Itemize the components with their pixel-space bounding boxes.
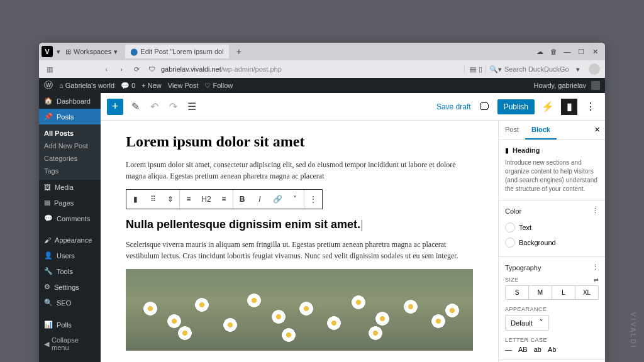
image-block[interactable] (126, 269, 473, 351)
search-engine-icon[interactable]: 🔍▾ (485, 65, 502, 74)
color-more-icon[interactable]: ⋮ (592, 207, 599, 215)
sidebar-pages[interactable]: ▤Pages (39, 195, 101, 211)
sidebar-dashboard[interactable]: 🏠Dashboard (39, 93, 101, 109)
tab-post[interactable]: Post (499, 121, 525, 140)
workspaces-button[interactable]: ⊞ Workspaces ▾ (60, 48, 123, 56)
settings-panel-toggle[interactable]: ▮ (561, 99, 577, 115)
vivaldi-logo-icon[interactable]: V (42, 46, 53, 57)
heading-level-button[interactable]: H2 (197, 190, 215, 209)
sidebar-tools[interactable]: 🔧Tools (39, 263, 101, 279)
sidebar-media[interactable]: 🖼Media (39, 180, 101, 195)
wp-admin-bar: ⓦ ⌂Gabriela's world 💬0 +New View Post ♡F… (39, 78, 605, 93)
more-options-button[interactable]: ⋮ (582, 99, 599, 115)
brush-icon: 🖌 (44, 236, 51, 244)
close-button[interactable]: ✕ (591, 48, 599, 55)
link-button[interactable]: 🔗 (269, 190, 286, 209)
case-upper[interactable]: AB (518, 346, 528, 353)
sidebar-posts[interactable]: 📌Posts (39, 109, 101, 124)
size-l[interactable]: L (552, 286, 575, 299)
sidebar-comments[interactable]: 💬Comments (39, 211, 101, 226)
jetpack-icon[interactable]: ⚡ (540, 99, 556, 115)
user-avatar-icon[interactable] (591, 81, 600, 90)
sub-tags[interactable]: Tags (39, 165, 101, 177)
add-block-button[interactable]: + (107, 99, 123, 115)
shield-icon[interactable]: 🛡 (146, 65, 157, 73)
profile-avatar[interactable] (589, 63, 600, 75)
appearance-select[interactable]: Default˅ (505, 315, 549, 331)
search-chevron-icon[interactable]: ▾ (576, 65, 580, 74)
settings-icon: ⚙ (44, 283, 50, 291)
maximize-button[interactable]: ☐ (577, 48, 585, 55)
back-button[interactable]: ‹ (101, 65, 112, 73)
sidebar-seo[interactable]: 🔍SEO (39, 295, 101, 310)
collapse-menu[interactable]: ◀Collapse menu (39, 332, 101, 355)
block-name: Heading (513, 146, 540, 155)
align-button[interactable]: ≡ (180, 190, 197, 209)
active-tab[interactable]: ⬤ Edit Post "Lorem ipsum dol (125, 45, 228, 58)
bold-button[interactable]: B (233, 190, 251, 209)
sidebar-polls[interactable]: 📊Polls (39, 317, 101, 332)
block-more-button[interactable]: ⋮ (304, 190, 322, 209)
howdy-text[interactable]: Howdy, gabrielav (533, 82, 586, 89)
heading-block[interactable]: Nulla pellentesque dignissim enim sit am… (126, 218, 473, 231)
publish-button[interactable]: Publish (497, 99, 535, 114)
preview-button[interactable]: 🖵 (476, 99, 492, 115)
paragraph-block-1[interactable]: Lorem ipsum dolor sit amet, consectetur … (126, 159, 473, 182)
letter-case-label: LETTER CASE (505, 337, 599, 343)
block-type-icon[interactable]: ▮ (126, 190, 144, 209)
new-tab-button[interactable]: + (233, 47, 245, 57)
sidebar-posts-submenu: All Posts Add New Post Categories Tags (39, 124, 101, 180)
sub-all-posts[interactable]: All Posts (39, 127, 101, 140)
undo-button[interactable]: ↶ (147, 101, 161, 112)
trash-icon[interactable]: 🗑 (550, 48, 557, 55)
editor-toolbar: + ✎ ↶ ↷ ☰ Save draft 🖵 Publish ⚡ ▮ ⋮ (101, 93, 605, 121)
edit-mode-icon[interactable]: ✎ (128, 101, 142, 112)
size-xl[interactable]: XL (575, 286, 598, 299)
paragraph-block-2[interactable]: Scelerisque viverra mauris in aliquam se… (126, 239, 473, 261)
media-icon: 🖼 (44, 184, 51, 191)
minimize-button[interactable]: — (564, 48, 571, 55)
outline-icon[interactable]: ☰ (185, 101, 199, 112)
workspaces-label: Workspaces (74, 48, 111, 55)
sidebar-settings[interactable]: ⚙Settings (39, 279, 101, 295)
new-link[interactable]: +New (142, 82, 161, 89)
drag-handle-icon[interactable]: ⠿ (144, 190, 162, 209)
case-none[interactable]: — (505, 346, 512, 353)
wordpress-logo-icon[interactable]: ⓦ (44, 80, 53, 91)
redo-button[interactable]: ↷ (166, 101, 180, 112)
case-capitalize[interactable]: Ab (548, 346, 556, 353)
sidebar-appearance[interactable]: 🖌Appearance (39, 233, 101, 248)
editor-canvas[interactable]: Lorem ipsum dolor sit amet Lorem ipsum d… (101, 121, 498, 362)
text-align-button[interactable]: ≡ (215, 190, 233, 209)
cloud-icon[interactable]: ☁ (536, 48, 543, 55)
reload-button[interactable]: ⟳ (131, 65, 142, 74)
forward-button[interactable]: › (116, 65, 127, 73)
view-post-link[interactable]: View Post (168, 82, 199, 89)
background-color-option[interactable]: Background (505, 235, 599, 250)
url-field[interactable]: gabrielav.vivaldi.net/wp-admin/post.php (161, 65, 282, 73)
bookmark-icon[interactable]: ▯ (479, 65, 482, 74)
case-lower[interactable]: ab (534, 346, 541, 353)
sub-add-new[interactable]: Add New Post (39, 140, 101, 152)
tab-block[interactable]: Block (525, 121, 557, 140)
panel-close-button[interactable]: ✕ (589, 121, 605, 140)
users-icon: 👤 (44, 251, 53, 260)
panel-toggle-icon[interactable]: ▥ (44, 65, 55, 74)
size-settings-icon[interactable]: ⇄ (594, 277, 599, 283)
save-draft-button[interactable]: Save draft (436, 102, 471, 111)
comments-link[interactable]: 💬0 (121, 82, 135, 90)
sidebar-users[interactable]: 👤Users (39, 248, 101, 263)
post-title[interactable]: Lorem ipsum dolor sit amet (126, 133, 473, 150)
typography-more-icon[interactable]: ⋮ (592, 263, 599, 272)
search-input[interactable] (504, 65, 574, 73)
italic-button[interactable]: I (251, 190, 269, 209)
follow-link[interactable]: ♡Follow (204, 82, 233, 90)
reader-icon[interactable]: ▤ (470, 65, 476, 74)
more-format-button[interactable]: ˅ (286, 190, 304, 209)
site-link[interactable]: ⌂Gabriela's world (59, 82, 114, 89)
size-m[interactable]: M (529, 286, 552, 299)
sub-categories[interactable]: Categories (39, 152, 101, 165)
text-color-option[interactable]: Text (505, 220, 599, 235)
size-s[interactable]: S (506, 286, 529, 299)
move-arrows-icon[interactable]: ⇕ (162, 190, 179, 209)
